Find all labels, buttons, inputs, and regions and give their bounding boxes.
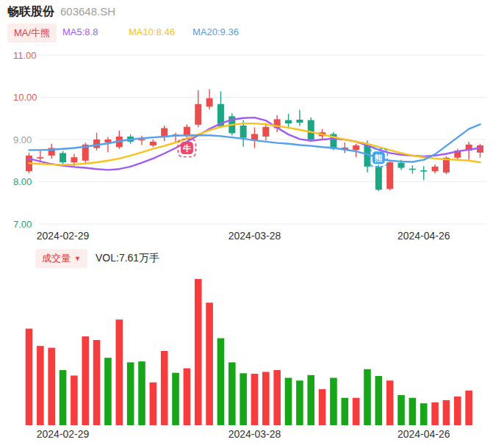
x-axis-label: 2024-03-28: [228, 230, 281, 242]
candle: [251, 127, 258, 148]
volume-bar: [172, 373, 179, 425]
bull-marker[interactable]: 牛: [178, 140, 195, 157]
candle: [308, 117, 314, 140]
volume-bar: [150, 383, 157, 425]
svg-text:熊: 熊: [375, 153, 383, 163]
volume-bar: [307, 375, 314, 425]
candle: [60, 151, 66, 165]
ma5-value: MA5:8.8: [62, 26, 98, 37]
volume-x-axis: 2024-02-292024-03-282024-04-26: [0, 428, 504, 441]
volume-bar: [217, 339, 225, 425]
y-axis-label: 7.00: [13, 219, 32, 230]
candle: [173, 133, 179, 142]
y-axis-label: 8.00: [13, 176, 32, 187]
volume-bar: [420, 403, 428, 425]
volume-bar: [26, 329, 33, 425]
candle: [262, 123, 269, 141]
volume-bar: [386, 380, 394, 425]
volume-bar: [37, 346, 44, 425]
volume-bar: [431, 402, 439, 425]
candlestick-chart[interactable]: 11.0010.009.008.007.00牛熊: [0, 44, 504, 229]
volume-bar: [127, 362, 134, 425]
volume-chart[interactable]: [0, 268, 504, 426]
volume-bar: [228, 362, 236, 425]
volume-bar: [273, 370, 281, 425]
stock-name: 畅联股份: [7, 4, 54, 20]
candle: [386, 160, 393, 190]
volume-type-dropdown[interactable]: 成交量 ▼: [35, 249, 87, 268]
candle: [342, 142, 348, 153]
candle: [477, 144, 483, 158]
candle: [375, 165, 382, 192]
ma20-value: MA20:9.36: [192, 26, 239, 37]
volume-bar: [296, 380, 303, 425]
volume-bar: [161, 351, 168, 425]
volume-bar: [240, 373, 247, 425]
volume-bar: [195, 279, 202, 425]
candle: [93, 133, 100, 151]
candle: [48, 144, 55, 159]
x-axis-label: 2024-04-26: [397, 428, 450, 440]
volume-bar: [48, 348, 55, 425]
volume-bar: [138, 361, 145, 425]
volume-legend: 成交量 ▼ VOL:7.61万手: [0, 249, 504, 267]
candle: [420, 166, 427, 180]
volume-bar: [251, 374, 259, 425]
candle: [150, 140, 156, 147]
candle: [116, 131, 123, 149]
volume-bar: [184, 369, 191, 426]
volume-bar: [60, 370, 67, 425]
volume-bar: [443, 400, 450, 425]
candle: [432, 164, 439, 173]
volume-bar: [342, 398, 349, 425]
volume-bar: [375, 376, 383, 425]
x-axis-label: 2024-02-29: [37, 230, 90, 242]
candle: [409, 165, 416, 174]
ma-legend: MA/牛熊 MA5:8.8 MA10:8.46 MA20:9.36: [0, 23, 504, 41]
volume-toggle-label: 成交量: [42, 252, 71, 265]
volume-bar: [465, 391, 472, 425]
x-axis-label: 2024-03-28: [228, 428, 281, 440]
stock-code: 603648.SH: [60, 5, 115, 18]
volume-bar: [71, 375, 78, 425]
candle: [161, 126, 168, 141]
volume-bar: [319, 389, 326, 425]
y-axis-label: 11.00: [13, 50, 37, 61]
volume-bar: [409, 398, 417, 425]
volume-bar: [353, 398, 360, 425]
volume-bar: [206, 303, 213, 425]
volume-bar: [364, 369, 371, 425]
volume-bar: [82, 336, 89, 425]
stock-chart-app: 畅联股份 603648.SH MA/牛熊 MA5:8.8 MA10:8.46 M…: [0, 0, 504, 445]
volume-readout: VOL:7.61万手: [96, 252, 159, 265]
y-axis-label: 9.00: [13, 134, 32, 145]
volume-bar: [454, 397, 461, 425]
x-axis-label: 2024-04-26: [397, 230, 450, 242]
candle: [139, 136, 145, 145]
volume-bar: [93, 340, 101, 425]
volume-bar: [116, 319, 123, 425]
ma-bullbear-toggle[interactable]: MA/牛熊: [7, 23, 57, 43]
volume-bar: [397, 395, 405, 425]
candle: [195, 90, 201, 128]
y-axis-label: 10.00: [13, 92, 37, 103]
volume-bar: [104, 358, 112, 425]
svg-text:牛: 牛: [182, 144, 191, 153]
header: 畅联股份 603648.SH: [7, 4, 115, 20]
kchart-x-axis: 2024-02-292024-03-282024-04-26: [0, 230, 504, 243]
candle: [285, 114, 292, 127]
candle: [206, 90, 213, 110]
volume-bar: [262, 372, 270, 425]
volume-bar: [330, 378, 337, 425]
dropdown-arrow-icon: ▼: [74, 256, 81, 262]
ma10-value: MA10:8.46: [129, 26, 175, 37]
volume-bar: [285, 378, 292, 425]
x-axis-label: 2024-02-29: [37, 428, 90, 440]
candle: [296, 110, 303, 126]
